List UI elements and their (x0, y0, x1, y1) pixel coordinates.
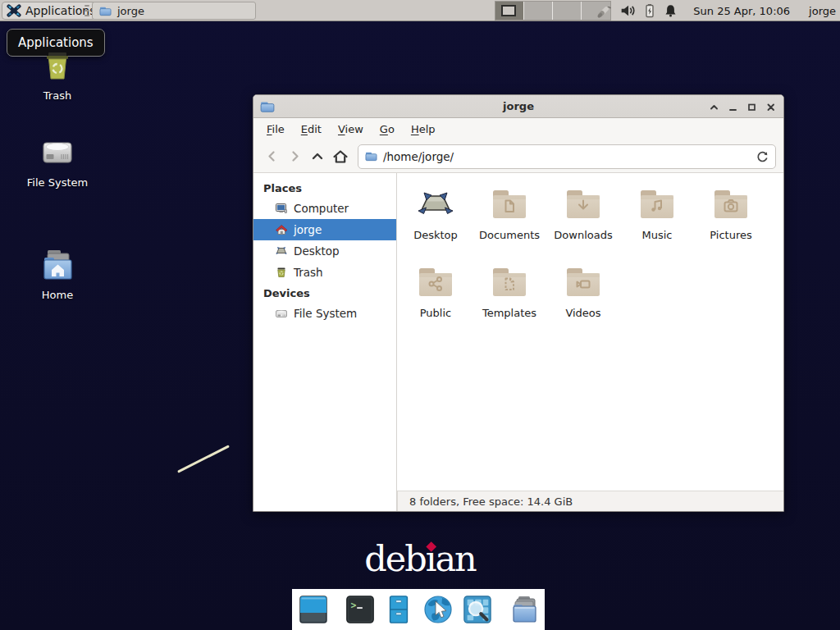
folder-templates-icon (490, 262, 529, 302)
workspace-2[interactable] (524, 2, 553, 20)
application-finder-launcher[interactable] (462, 594, 493, 625)
file-label: Music (642, 229, 673, 241)
file-item-templates[interactable]: Templates (472, 262, 546, 340)
home-button[interactable] (329, 145, 352, 168)
folder-publicshare-icon (416, 262, 455, 302)
menu-edit[interactable]: Edit (293, 119, 330, 140)
terminal-launcher[interactable]: > (345, 594, 376, 625)
directory-menu-button[interactable] (508, 593, 541, 626)
reload-icon[interactable] (756, 150, 769, 163)
panel-handle[interactable] (84, 5, 89, 16)
maximize-button[interactable] (745, 100, 758, 113)
svg-text:>: > (350, 600, 356, 611)
file-manager-launcher[interactable] (383, 594, 414, 625)
close-button[interactable] (764, 100, 777, 113)
desktop-icon-home[interactable]: Home (20, 244, 95, 301)
sidebar-item-label: Computer (294, 202, 349, 215)
panel-clock[interactable]: Sun 25 Apr, 10:06 (693, 5, 790, 17)
menu-view[interactable]: View (330, 119, 372, 140)
sidebar-item-label: Trash (294, 266, 323, 279)
top-panel: Applications jorge (0, 0, 840, 21)
file-item-documents[interactable]: Documents (472, 185, 546, 262)
location-folder-icon (365, 150, 377, 162)
statusbar-text: 8 folders, Free space: 14.4 GiB (409, 495, 573, 508)
file-label: Pictures (710, 229, 751, 241)
debian-wordmark: debıan (364, 541, 476, 577)
shade-button[interactable] (707, 100, 720, 113)
toolbar: /home/jorge/ (253, 140, 783, 173)
file-grid: Desktop Documents (397, 173, 783, 491)
menu-help[interactable]: Help (403, 119, 444, 140)
terminal-icon: > (345, 594, 376, 625)
system-tray: Sun 25 Apr, 10:06 jorge (596, 0, 836, 21)
show-desktop-button[interactable] (297, 593, 330, 626)
xfce-applications-icon (7, 3, 21, 18)
sidebar-item-jorge[interactable]: jorge (253, 219, 396, 240)
menubar: File Edit View Go Help (253, 118, 783, 140)
battery-icon[interactable] (643, 3, 656, 18)
workspace-1[interactable] (495, 2, 524, 20)
folder-documents-icon (490, 185, 529, 224)
stray-paint-line (177, 445, 230, 472)
menu-file[interactable]: File (258, 119, 293, 140)
taskbar-window-button[interactable]: jorge (92, 2, 256, 20)
back-button[interactable] (260, 145, 283, 168)
desktop-icon-label: Trash (43, 89, 71, 102)
sidebar-item-label: Desktop (294, 244, 340, 258)
desktop-icon-label: Home (42, 289, 73, 301)
file-label: Templates (482, 307, 536, 319)
file-label: Public (420, 307, 451, 319)
file-cabinet-icon (383, 594, 414, 625)
forward-button[interactable] (283, 145, 306, 168)
taskbar-window-label: jorge (117, 5, 144, 17)
workspace-window-preview (501, 5, 516, 16)
folder-music-icon (637, 185, 677, 224)
window-folder-icon (99, 5, 112, 17)
file-label: Videos (565, 307, 600, 319)
application-finder-icon (462, 594, 493, 625)
main-pane: Desktop Documents (397, 173, 783, 511)
file-item-videos[interactable]: Videos (546, 262, 620, 340)
file-item-downloads[interactable]: Downloads (546, 185, 620, 262)
sidebar-item-desktop[interactable]: Desktop (253, 240, 396, 262)
web-browser-launcher[interactable] (422, 593, 454, 626)
desktop-icon-label: File System (27, 176, 88, 189)
location-bar[interactable]: /home/jorge/ (358, 144, 776, 169)
sidebar-item-trash[interactable]: Trash (253, 262, 396, 283)
file-item-pictures[interactable]: Pictures (694, 185, 768, 262)
up-button[interactable] (306, 145, 329, 168)
notifications-bell-icon[interactable] (664, 3, 678, 18)
show-desktop-icon (297, 593, 330, 626)
folder-download-icon (564, 185, 603, 224)
directory-folder-icon (508, 593, 541, 626)
desktop-mini-icon (275, 244, 288, 258)
location-path[interactable]: /home/jorge/ (383, 150, 750, 163)
desktop-icon-trash[interactable]: Trash (20, 45, 95, 102)
titlebar[interactable]: jorge (253, 95, 783, 118)
file-label: Documents (479, 229, 540, 241)
file-item-public[interactable]: Public (399, 262, 472, 340)
minimize-button[interactable] (726, 100, 739, 113)
volume-icon[interactable] (620, 3, 636, 18)
stylus-tray-icon[interactable] (596, 3, 613, 19)
desktop-icon-filesystem[interactable]: File System (20, 132, 95, 189)
home-icon (332, 149, 349, 164)
sidebar-item-label: jorge (294, 223, 322, 236)
file-label: Downloads (554, 229, 612, 241)
desktop-root: Applications jorge (0, 0, 840, 630)
sidebar-item-computer[interactable]: Computer (253, 198, 396, 219)
titlebar-folder-icon (260, 99, 275, 114)
folder-pictures-icon (711, 185, 751, 224)
sidebar-item-label: File System (294, 307, 357, 320)
bottom-dock: > (292, 589, 545, 630)
panel-username[interactable]: jorge (809, 5, 836, 17)
menu-go[interactable]: Go (372, 119, 403, 140)
devices-header: Devices (253, 283, 396, 303)
sidebar-item-filesystem[interactable]: File System (253, 303, 396, 324)
trash-mini-icon (275, 266, 288, 279)
workspace-3[interactable] (553, 2, 582, 20)
file-item-desktop[interactable]: Desktop (399, 185, 472, 262)
file-item-music[interactable]: Music (620, 185, 694, 262)
side-pane: Places Computer jo (253, 173, 397, 511)
file-manager-window: jorge File Edit View Go Help (253, 94, 784, 512)
